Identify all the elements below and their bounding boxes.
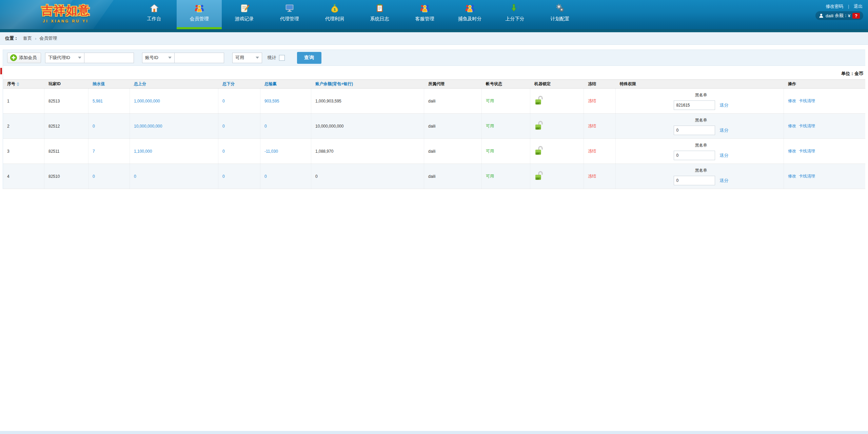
row-balance: 1,088,970 <box>311 139 424 164</box>
clear-line-link[interactable]: 卡线清理 <box>799 173 815 179</box>
nav-item-system-logs[interactable]: 系统日志 <box>357 0 402 29</box>
row-winloss[interactable]: -11,030 <box>260 139 311 164</box>
edit-link[interactable]: 修改 <box>788 173 796 179</box>
nav-bottom-strip <box>0 29 868 32</box>
row-player-id: 82513 <box>44 89 88 113</box>
row-actions: 修改 卡线清理 <box>784 89 865 113</box>
chevron-down-icon <box>256 57 259 59</box>
row-pump[interactable]: 7 <box>88 139 130 164</box>
score-input[interactable] <box>674 151 715 160</box>
row-total-up[interactable]: 10,000,000,000 <box>130 114 218 138</box>
nav-label: 代理管理 <box>280 16 299 22</box>
nav-item-fishing-points[interactable]: 捕鱼及时分 <box>447 0 492 29</box>
row-total-down[interactable]: 0 <box>218 114 260 138</box>
unlocked-icon[interactable] <box>534 121 544 132</box>
col-winloss[interactable]: 总输赢 <box>260 81 311 87</box>
row-pump[interactable]: 5,981 <box>88 89 130 113</box>
freeze-link[interactable]: 冻结 <box>588 148 596 154</box>
send-score-link[interactable]: 送分 <box>720 177 729 184</box>
change-password-link[interactable]: 修改密码 <box>826 4 843 9</box>
add-member-button[interactable]: 添加会员 <box>7 53 41 63</box>
edit-link[interactable]: 修改 <box>788 98 796 104</box>
row-winloss[interactable]: 903,595 <box>260 89 311 113</box>
nav-item-agent-management[interactable]: 代理管理 <box>267 0 312 29</box>
horizontal-scrollbar[interactable] <box>0 431 868 434</box>
moneybag-icon: $ <box>330 3 340 13</box>
row-freeze: 冻结 <box>584 114 616 138</box>
user-balance-pill[interactable]: daili 余额： ¥ ? <box>815 11 863 20</box>
freeze-link[interactable]: 冻结 <box>588 173 596 179</box>
score-input[interactable] <box>674 126 715 135</box>
score-input[interactable] <box>674 176 715 185</box>
breadcrumb-home-link[interactable]: 首页 <box>23 35 32 41</box>
unlocked-icon[interactable] <box>534 96 544 107</box>
col-pump[interactable]: 抽水值 <box>88 81 130 87</box>
row-pump[interactable]: 0 <box>88 164 130 189</box>
unlocked-icon[interactable] <box>534 146 544 157</box>
edit-link[interactable]: 修改 <box>788 123 796 129</box>
row-total-up[interactable]: 1,000,000,000 <box>130 89 218 113</box>
row-total-down[interactable]: 0 <box>218 89 260 113</box>
nav-item-game-records[interactable]: 游戏记录 <box>222 0 267 29</box>
clear-line-link[interactable]: 卡线清理 <box>799 98 815 104</box>
members-table: 序号 玩家ID 抽水值 总上分 总下分 总输赢 账户余额(背包+银行) 所属代理… <box>3 79 865 189</box>
account-id-select[interactable]: 账号ID <box>142 53 175 63</box>
row-machine-lock <box>530 89 584 113</box>
col-balance[interactable]: 账户余额(背包+银行) <box>311 81 424 87</box>
account-id-input[interactable] <box>175 53 224 63</box>
edit-link[interactable]: 修改 <box>788 148 796 154</box>
clear-line-link[interactable]: 卡线清理 <box>799 148 815 154</box>
nav-item-workbench[interactable]: 工作台 <box>132 0 177 29</box>
col-total-up[interactable]: 总上分 <box>130 81 218 87</box>
row-balance: 0 <box>311 164 424 189</box>
nav-item-plan-config[interactable]: 计划配置 <box>537 0 583 29</box>
breadcrumb-current[interactable]: 会员管理 <box>39 35 57 41</box>
row-total-down[interactable]: 0 <box>218 164 260 189</box>
row-machine-lock <box>530 114 584 138</box>
agent-id-input[interactable] <box>84 53 134 63</box>
breadcrumb-separator: › <box>35 36 36 41</box>
row-seq: 1 <box>3 89 44 113</box>
top-right-links: 修改密码 | 退出 <box>826 3 863 10</box>
row-winloss[interactable]: 0 <box>260 164 311 189</box>
user-name: daili <box>826 13 833 18</box>
freeze-link[interactable]: 冻结 <box>588 123 596 129</box>
unlocked-icon[interactable] <box>534 171 544 182</box>
col-player-id: 玩家ID <box>44 81 88 87</box>
monitor-icon <box>284 3 295 13</box>
agent-id-select[interactable]: 下级代理ID <box>45 53 84 63</box>
gears-icon <box>555 3 565 13</box>
nav-item-score-updown[interactable]: 上分下分 <box>492 0 537 29</box>
breadcrumb-label: 位置： <box>5 35 18 41</box>
nav-item-customer-service[interactable]: 客服管理 <box>402 0 447 29</box>
row-agent: daili <box>424 114 482 138</box>
send-score-link[interactable]: 送分 <box>720 152 729 158</box>
row-winloss[interactable]: 0 <box>260 114 311 138</box>
row-machine-lock <box>530 164 584 189</box>
row-total-up[interactable]: 0 <box>130 164 218 189</box>
send-score-link[interactable]: 送分 <box>720 102 729 108</box>
stat-checkbox[interactable] <box>279 55 285 61</box>
nav-label: 上分下分 <box>506 16 525 22</box>
balance-unknown-badge[interactable]: ? <box>852 13 860 19</box>
blacklist-label: 黑名单 <box>695 117 707 123</box>
col-total-down[interactable]: 总下分 <box>218 81 260 87</box>
col-seq[interactable]: 序号 <box>3 81 44 87</box>
row-status: 可用 <box>482 89 530 113</box>
row-pump[interactable]: 0 <box>88 114 130 138</box>
clear-line-link[interactable]: 卡线清理 <box>799 123 815 129</box>
logout-link[interactable]: 退出 <box>854 4 863 9</box>
nav-item-agent-profit[interactable]: $ 代理利润 <box>312 0 357 29</box>
sort-icon[interactable] <box>17 82 19 86</box>
blacklist-label: 黑名单 <box>695 92 707 98</box>
row-total-up[interactable]: 1,100,000 <box>130 139 218 164</box>
row-seq: 4 <box>3 164 44 189</box>
search-button[interactable]: 查询 <box>297 52 321 64</box>
row-total-down[interactable]: 0 <box>218 139 260 164</box>
send-score-link[interactable]: 送分 <box>720 127 729 133</box>
row-machine-lock <box>530 139 584 164</box>
freeze-link[interactable]: 冻结 <box>588 98 596 104</box>
score-input[interactable] <box>674 100 715 110</box>
nav-item-members[interactable]: 会员管理 <box>177 0 222 29</box>
status-select[interactable]: 可用 <box>232 53 262 63</box>
